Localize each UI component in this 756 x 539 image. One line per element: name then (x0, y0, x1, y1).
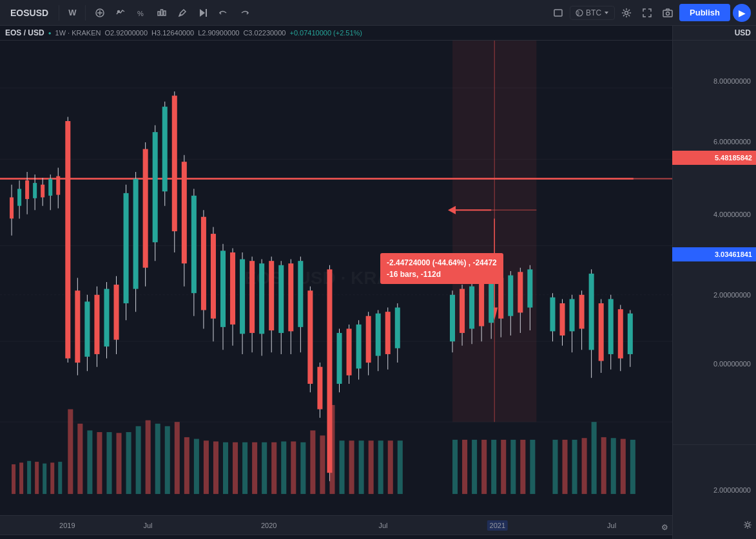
price-6: 6.00000000 (713, 138, 751, 146)
fullscreen-button[interactable] (638, 5, 656, 21)
svg-rect-161 (77, 424, 82, 494)
svg-rect-112 (376, 314, 381, 356)
chart-symbol: EOS / USD (5, 28, 44, 37)
svg-rect-114 (385, 312, 391, 354)
svg-rect-162 (87, 430, 92, 494)
screenshot-button[interactable] (659, 5, 677, 21)
settings-gear[interactable] (743, 520, 752, 532)
svg-rect-124 (479, 284, 484, 326)
indicators-button[interactable] (111, 5, 130, 21)
svg-rect-86 (249, 261, 255, 333)
svg-rect-142 (579, 295, 585, 329)
svg-rect-92 (278, 265, 284, 333)
svg-rect-82 (230, 252, 235, 325)
price-sub-2: 2.00000000 (713, 486, 751, 494)
svg-rect-181 (271, 442, 276, 494)
svg-rect-166 (126, 432, 131, 494)
svg-rect-74 (191, 196, 197, 293)
timeframe-button[interactable]: W (64, 5, 80, 20)
svg-rect-169 (155, 424, 160, 494)
svg-rect-197 (472, 440, 477, 494)
svg-point-213 (746, 524, 750, 527)
separator (85, 5, 86, 21)
svg-rect-173 (194, 439, 199, 495)
svg-rect-176 (223, 442, 228, 494)
ohlc-high: H3.12640000 (151, 29, 194, 37)
svg-rect-180 (262, 442, 267, 494)
time-label-jul2: Jul (378, 522, 387, 529)
chart-wrapper: EOS / USD ● 1W · KRAKEN O2.92000000 H3.1… (0, 26, 756, 539)
svg-rect-187 (329, 405, 334, 494)
svg-rect-208 (592, 422, 597, 494)
svg-rect-144 (589, 274, 594, 350)
svg-rect-116 (395, 308, 400, 348)
svg-rect-70 (172, 96, 177, 232)
chart-canvas-area[interactable]: EOS / USD · KRAKEN (0, 41, 672, 534)
percent-button[interactable]: % (132, 5, 150, 21)
svg-rect-16 (663, 10, 672, 17)
rectangle-button[interactable] (549, 5, 567, 21)
svg-rect-148 (608, 299, 614, 354)
currency-label: USD (673, 26, 756, 41)
svg-rect-205 (563, 440, 568, 494)
svg-rect-186 (320, 435, 325, 494)
redo-button[interactable] (235, 5, 253, 21)
svg-rect-182 (281, 442, 286, 495)
replay-button[interactable] (194, 5, 212, 21)
svg-rect-177 (233, 442, 238, 494)
price-levels: 8.00000000 6.00000000 5.48185842 4.00000… (673, 41, 756, 444)
svg-rect-40 (33, 183, 37, 198)
svg-rect-132 (518, 272, 523, 312)
svg-rect-94 (288, 263, 293, 331)
svg-rect-6 (161, 10, 163, 15)
svg-rect-64 (143, 149, 148, 267)
svg-rect-104 (337, 333, 342, 384)
settings-button[interactable] (617, 5, 635, 21)
price-5-48: 5.48185842 (672, 151, 756, 165)
svg-rect-5 (158, 12, 160, 15)
symbol-label[interactable]: EOSUSD (5, 8, 53, 18)
chart-type-button[interactable] (153, 5, 171, 21)
svg-rect-88 (259, 263, 264, 334)
svg-rect-170 (165, 426, 170, 494)
separator (59, 5, 59, 21)
chart-dot: ● (48, 30, 52, 36)
time-axis: 2019 Jul 2020 Jul 2021 Jul ⚙ (0, 515, 672, 534)
svg-rect-10 (206, 9, 207, 17)
svg-rect-158 (50, 462, 54, 494)
svg-rect-210 (611, 438, 616, 494)
publish-button[interactable]: Publish (679, 4, 730, 21)
svg-rect-138 (559, 303, 565, 336)
svg-rect-128 (498, 278, 503, 319)
svg-rect-155 (27, 461, 31, 494)
svg-rect-154 (19, 462, 23, 494)
add-compare-button[interactable] (91, 5, 109, 21)
svg-rect-172 (184, 437, 189, 494)
svg-rect-191 (369, 440, 374, 494)
undo-button[interactable] (215, 5, 233, 21)
svg-rect-48 (65, 121, 70, 359)
btc-label: BTC (586, 8, 601, 17)
info-bar: EOS / USD ● 1W · KRAKEN O2.92000000 H3.1… (0, 26, 672, 41)
svg-rect-50 (75, 290, 80, 363)
svg-rect-199 (491, 440, 496, 494)
svg-rect-157 (43, 464, 46, 494)
chart-main: EOS / USD ● 1W · KRAKEN O2.92000000 H3.1… (0, 26, 672, 539)
svg-rect-203 (530, 440, 535, 494)
live-button[interactable]: ▶ (733, 4, 751, 22)
svg-rect-179 (252, 442, 257, 494)
svg-rect-34 (10, 197, 14, 218)
price-8: 8.00000000 (713, 77, 751, 85)
svg-rect-209 (601, 437, 606, 494)
settings-icon-time[interactable]: ⚙ (661, 523, 668, 532)
time-label-2019: 2019 (59, 522, 75, 529)
svg-rect-100 (317, 367, 322, 410)
svg-rect-194 (398, 440, 403, 494)
drawing-button[interactable] (173, 5, 191, 21)
btc-toggle-button[interactable]: ₿ BTC (570, 6, 615, 20)
svg-rect-78 (211, 234, 216, 319)
svg-rect-52 (84, 301, 90, 357)
svg-rect-189 (349, 440, 354, 494)
svg-rect-110 (366, 316, 371, 363)
svg-marker-9 (200, 9, 205, 17)
